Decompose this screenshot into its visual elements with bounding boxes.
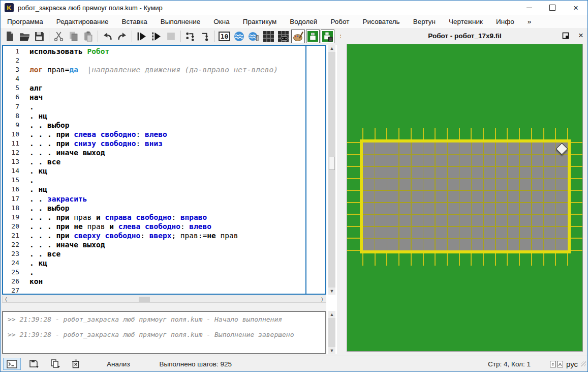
copy-output-button[interactable] [47,358,64,370]
menu-item-12[interactable]: Инфо [489,18,521,25]
save-file-button[interactable] [33,30,46,43]
console-vertical-scrollbar[interactable]: ▲ ▼ [328,311,335,354]
copy-button[interactable] [67,30,80,43]
show-values-button[interactable]: 10 [218,30,231,43]
step-over-button[interactable] [183,30,197,43]
code-line-24[interactable]: . кц [29,259,325,268]
new-file-button[interactable] [3,30,17,43]
keyboard-layout-icon [550,361,563,367]
stop-button[interactable] [164,30,178,43]
toolbar-separator [180,31,181,42]
code-line-25[interactable]: . [29,268,325,277]
scroll-up-icon[interactable]: ▲ [328,45,335,52]
toolbar-separator [98,31,98,42]
robot-console-button[interactable] [321,30,334,43]
step-into-icon [200,31,210,42]
editor-hscroll-thumb[interactable] [139,297,150,302]
menu-item-6[interactable]: Практикум [236,18,283,25]
menu-item-9[interactable]: Рисователь [356,18,406,25]
menu-item-8[interactable]: Робот [324,18,356,25]
code-line-18[interactable]: . . выбор [29,204,325,213]
code-editor[interactable]: 1234567891011121314151617181920212223242… [2,45,326,295]
robot-restore-button[interactable] [558,30,573,42]
robot-window-button[interactable] [306,30,320,43]
code-area[interactable]: использовать Роботлог прав=да |направлен… [29,47,325,295]
code-line-9[interactable]: . . выбор [29,121,325,130]
code-line-5[interactable]: алг [29,83,325,93]
code-line-2[interactable] [29,56,325,65]
menu-item-5[interactable]: Окна [207,18,236,25]
close-button[interactable]: × [564,1,587,15]
line-number: 18 [3,204,23,213]
code-line-16[interactable]: . нц [29,185,325,194]
menu-item-13[interactable]: » [521,18,538,25]
output-console[interactable]: >> 21:39:28 - робот_закраска люб прямоуг… [2,311,326,354]
menu-item-7[interactable]: Водолей [283,18,324,25]
run-to-end-button[interactable] [149,30,163,43]
code-line-15[interactable]: . [29,176,325,185]
scroll-left-icon[interactable]: 〈 [3,296,10,302]
aquarius-tools-button[interactable] [247,30,261,43]
code-line-20[interactable]: . . . при не прав и слева свободно: влев… [29,222,325,231]
menu-item-11[interactable]: Чертежник [442,18,489,25]
toggle-console-button[interactable] [3,358,21,370]
cell-grid-line [423,142,424,250]
robot-remote-button[interactable] [276,30,290,43]
menu-item-1[interactable]: Программа [1,18,50,25]
painter-button[interactable] [291,30,305,43]
menu-item-2[interactable]: Редактирование [50,18,115,25]
code-line-19[interactable]: . . . при прав и справа свободно: вправо [29,213,325,222]
code-line-11[interactable]: . . . при снизу свободно: вниз [29,139,325,148]
code-line-17[interactable]: . . закрасить [29,194,325,204]
code-line-4[interactable] [29,74,325,83]
cell-grid-line [363,190,568,191]
code-line-27[interactable] [29,286,325,295]
code-line-7[interactable]: . [29,102,325,111]
editor-vertical-scrollbar[interactable]: ▲ ▼ [328,45,335,295]
resize-grip[interactable] [581,361,586,366]
clear-output-button[interactable] [69,358,83,370]
code-line-6[interactable]: нач [29,93,325,102]
undo-button[interactable] [101,30,114,43]
step-into-button[interactable] [198,30,212,43]
scroll-down-icon[interactable]: ▼ [328,288,335,295]
code-line-10[interactable]: . . . при слева свободно: влево [29,130,325,139]
line-number: 10 [3,130,23,139]
scroll-up-icon[interactable]: ▲ [328,311,335,318]
code-line-23[interactable]: . . все [29,249,325,259]
run-button[interactable] [135,30,148,43]
scroll-down-icon[interactable]: ▼ [328,347,335,354]
robot-field[interactable] [347,44,583,352]
scroll-right-icon[interactable]: 〉 [319,296,326,302]
editor-horizontal-scrollbar[interactable]: 〈 〉 [2,296,326,303]
code-line-1[interactable]: использовать Робот [29,47,325,56]
save-output-button[interactable] [26,358,42,370]
code-line-14[interactable]: . кц [29,166,325,176]
code-line-12[interactable]: . . . иначе выход [29,148,325,157]
redo-button[interactable] [115,30,129,43]
open-file-button[interactable] [18,30,32,43]
line-number: 27 [3,286,23,295]
maximize-button[interactable] [541,1,564,15]
code-line-26[interactable]: кон [29,277,325,286]
menu-item-3[interactable]: Вставка [115,18,154,25]
code-line-3[interactable]: лог прав=да |направление движения (да-вп… [29,65,325,74]
language-indicator[interactable]: рус [566,360,578,368]
code-line-8[interactable]: . нц [29,111,325,121]
menu-item-10[interactable]: Вертун [407,18,442,25]
menu-item-4[interactable]: Выполнение [154,18,207,25]
minimize-button[interactable] [517,1,541,15]
robot-close-button[interactable]: × [573,30,588,42]
aquarius-icon [234,31,244,42]
robot-field-button[interactable] [262,30,275,43]
code-line-13[interactable]: . . все [29,157,325,166]
restore-icon [562,32,569,39]
paste-button[interactable] [81,30,95,43]
cut-button[interactable] [52,30,66,43]
line-number: 6 [3,93,23,102]
aquarius-button[interactable] [232,30,246,43]
editor-scroll-thumb[interactable] [329,157,335,170]
code-line-21[interactable]: . . . при сверху свободно: вверх; прав:=… [29,231,325,240]
robot-window: Робот - робот_17x9.fil × [341,28,588,357]
code-line-22[interactable]: . . . иначе выход [29,240,325,249]
